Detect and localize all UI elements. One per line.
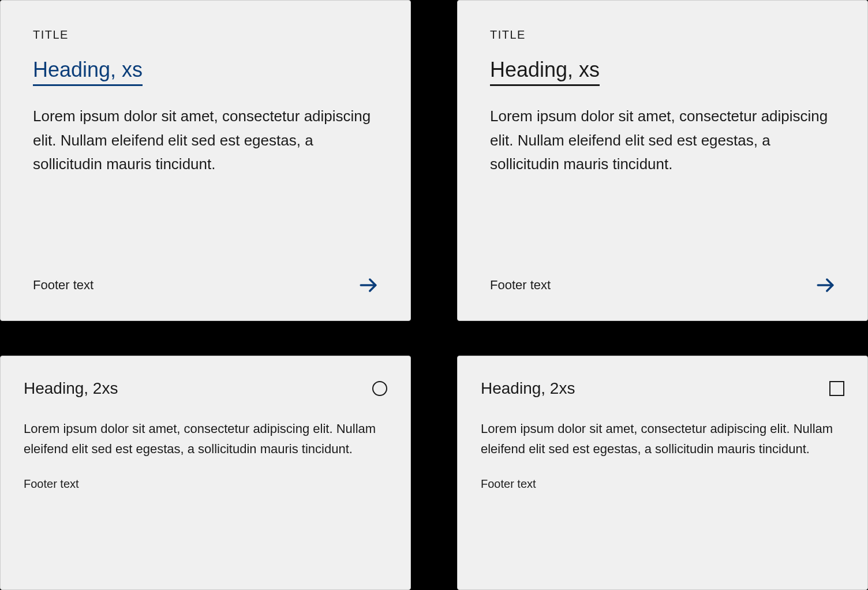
- card-body: Lorem ipsum dolor sit amet, consectetur …: [33, 104, 378, 255]
- card-body: Lorem ipsum dolor sit amet, consectetur …: [24, 419, 387, 459]
- card-footer-text: Footer text: [481, 477, 536, 491]
- card-footer: Footer text: [490, 275, 835, 295]
- card-heading-link[interactable]: Heading, xs: [490, 58, 600, 86]
- card-footer-text: Footer text: [33, 278, 93, 293]
- card-footer: Footer text: [33, 275, 378, 295]
- arrow-right-icon[interactable]: [358, 275, 378, 295]
- card-footer-text: Footer text: [24, 477, 79, 491]
- arrow-right-icon[interactable]: [815, 275, 835, 295]
- card: TITLE Heading, xs Lorem ipsum dolor sit …: [0, 0, 411, 321]
- card-body: Lorem ipsum dolor sit amet, consectetur …: [481, 419, 844, 459]
- card[interactable]: Heading, 2xs Lorem ipsum dolor sit amet,…: [457, 356, 868, 590]
- card-heading: Heading, 2xs: [24, 379, 118, 398]
- card-body: Lorem ipsum dolor sit amet, consectetur …: [490, 104, 835, 255]
- card[interactable]: Heading, 2xs Lorem ipsum dolor sit amet,…: [0, 356, 411, 590]
- card-header-row: Heading, 2xs: [24, 379, 387, 398]
- checkbox-icon[interactable]: [829, 381, 844, 396]
- card-footer-text: Footer text: [490, 278, 551, 293]
- card-overline: TITLE: [33, 28, 378, 42]
- card-footer: Footer text: [481, 477, 844, 491]
- radio-icon[interactable]: [372, 381, 387, 396]
- card-overline: TITLE: [490, 28, 835, 42]
- card-heading-link[interactable]: Heading, xs: [33, 58, 143, 86]
- card: TITLE Heading, xs Lorem ipsum dolor sit …: [457, 0, 868, 321]
- card-footer: Footer text: [24, 477, 387, 491]
- card-header-row: Heading, 2xs: [481, 379, 844, 398]
- card-heading: Heading, 2xs: [481, 379, 575, 398]
